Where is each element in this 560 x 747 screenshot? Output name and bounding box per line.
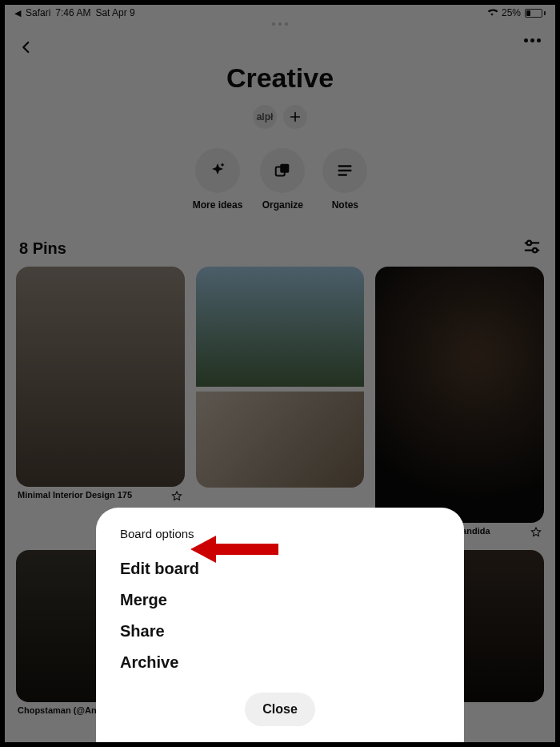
sheet-title: Board options [120, 527, 440, 540]
archive-option[interactable]: Archive [120, 647, 440, 678]
share-option[interactable]: Share [120, 616, 440, 647]
merge-option[interactable]: Merge [120, 584, 440, 616]
edit-board-option[interactable]: Edit board [120, 553, 440, 584]
close-button[interactable]: Close [245, 693, 315, 726]
board-options-sheet: Board options Edit board Merge Share Arc… [96, 508, 464, 742]
